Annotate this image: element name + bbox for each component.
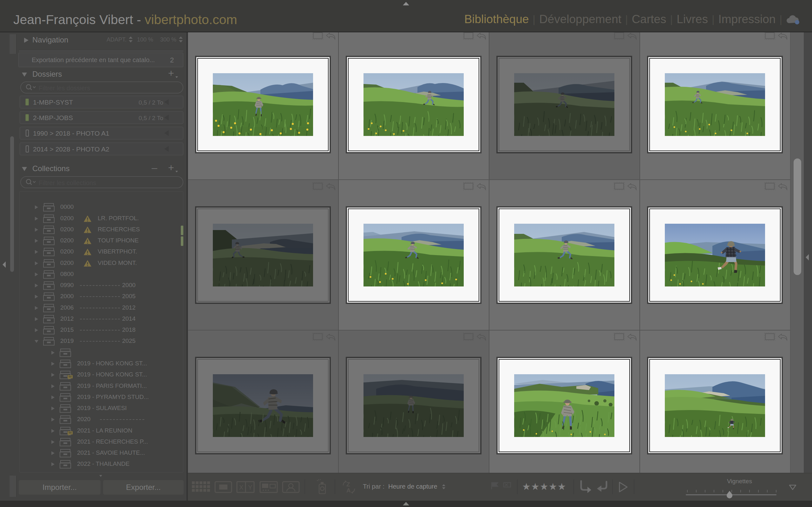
- svg-text:Z: Z: [346, 481, 350, 488]
- svg-text:X: X: [239, 484, 243, 491]
- svg-text:A: A: [346, 487, 351, 494]
- svg-text:Y: Y: [248, 484, 252, 491]
